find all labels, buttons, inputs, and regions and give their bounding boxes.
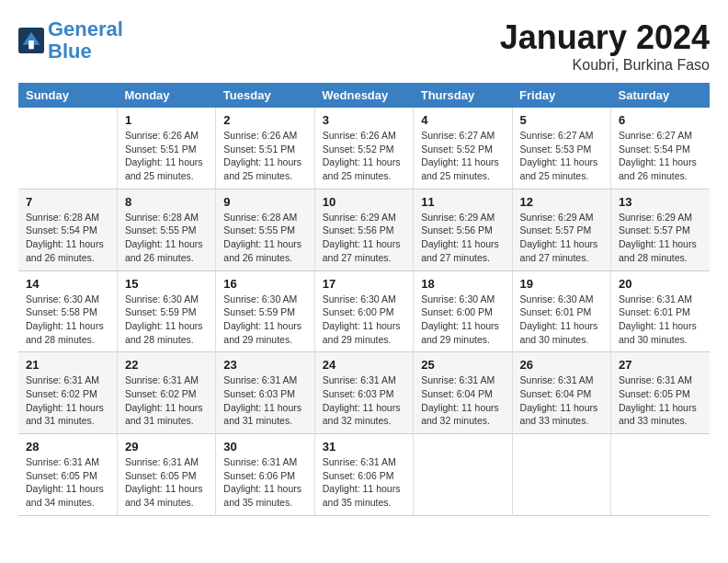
calendar-cell: 14Sunrise: 6:30 AMSunset: 5:58 PMDayligh… <box>18 270 117 352</box>
day-info: Sunrise: 6:30 AMSunset: 5:59 PMDaylight:… <box>125 293 208 347</box>
day-number: 1 <box>125 113 208 127</box>
day-number: 17 <box>323 277 405 291</box>
calendar-cell: 19Sunrise: 6:30 AMSunset: 6:01 PMDayligh… <box>512 270 610 352</box>
calendar-cell <box>611 434 710 516</box>
calendar-cell: 25Sunrise: 6:31 AMSunset: 6:04 PMDayligh… <box>414 352 512 434</box>
day-info: Sunrise: 6:31 AMSunset: 6:03 PMDaylight:… <box>323 373 405 428</box>
day-number: 8 <box>125 195 208 209</box>
day-number: 2 <box>223 113 306 127</box>
day-number: 12 <box>520 195 603 209</box>
day-header-sunday: Sunday <box>18 83 117 108</box>
day-number: 28 <box>26 440 109 454</box>
calendar-cell: 6Sunrise: 6:27 AMSunset: 5:54 PMDaylight… <box>611 108 710 189</box>
calendar-cell: 29Sunrise: 6:31 AMSunset: 6:05 PMDayligh… <box>117 434 215 516</box>
calendar-cell: 20Sunrise: 6:31 AMSunset: 6:01 PMDayligh… <box>611 270 710 352</box>
calendar-week-3: 14Sunrise: 6:30 AMSunset: 5:58 PMDayligh… <box>18 270 710 352</box>
day-number: 25 <box>421 358 504 372</box>
calendar-cell: 16Sunrise: 6:30 AMSunset: 5:59 PMDayligh… <box>216 270 314 352</box>
day-info: Sunrise: 6:30 AMSunset: 6:01 PMDaylight:… <box>520 293 603 347</box>
day-info: Sunrise: 6:31 AMSunset: 6:04 PMDaylight:… <box>520 373 603 428</box>
day-info: Sunrise: 6:30 AMSunset: 5:59 PMDaylight:… <box>223 293 306 347</box>
calendar-table: SundayMondayTuesdayWednesdayThursdayFrid… <box>18 83 710 516</box>
day-number: 30 <box>223 440 306 454</box>
day-info: Sunrise: 6:30 AMSunset: 6:00 PMDaylight:… <box>421 293 504 347</box>
day-info: Sunrise: 6:28 AMSunset: 5:55 PMDaylight:… <box>223 211 306 265</box>
calendar-cell: 15Sunrise: 6:30 AMSunset: 5:59 PMDayligh… <box>117 270 215 352</box>
day-number: 14 <box>26 277 109 291</box>
day-info: Sunrise: 6:27 AMSunset: 5:52 PMDaylight:… <box>421 129 504 183</box>
day-number: 13 <box>619 195 702 209</box>
calendar-cell: 2Sunrise: 6:26 AMSunset: 5:51 PMDaylight… <box>216 108 314 189</box>
day-number: 24 <box>323 358 405 372</box>
day-info: Sunrise: 6:28 AMSunset: 5:54 PMDaylight:… <box>26 211 109 265</box>
day-number: 10 <box>323 195 405 209</box>
calendar-week-4: 21Sunrise: 6:31 AMSunset: 6:02 PMDayligh… <box>18 352 710 434</box>
day-number: 27 <box>619 358 702 372</box>
calendar-cell: 7Sunrise: 6:28 AMSunset: 5:54 PMDaylight… <box>18 189 117 270</box>
page-title: January 2024 <box>500 18 710 57</box>
calendar-week-1: 1Sunrise: 6:26 AMSunset: 5:51 PMDaylight… <box>18 108 710 189</box>
day-info: Sunrise: 6:31 AMSunset: 6:06 PMDaylight:… <box>223 455 306 510</box>
calendar-cell: 12Sunrise: 6:29 AMSunset: 5:57 PMDayligh… <box>512 189 610 270</box>
day-info: Sunrise: 6:26 AMSunset: 5:52 PMDaylight:… <box>323 129 405 183</box>
day-number: 15 <box>125 277 208 291</box>
title-block: January 2024 Koubri, Burkina Faso <box>500 18 710 74</box>
calendar-cell: 24Sunrise: 6:31 AMSunset: 6:03 PMDayligh… <box>314 352 413 434</box>
calendar-cell: 18Sunrise: 6:30 AMSunset: 6:00 PMDayligh… <box>414 270 512 352</box>
day-number: 22 <box>125 358 208 372</box>
calendar-cell: 8Sunrise: 6:28 AMSunset: 5:55 PMDaylight… <box>117 189 215 270</box>
calendar-cell: 27Sunrise: 6:31 AMSunset: 6:05 PMDayligh… <box>611 352 710 434</box>
calendar-cell: 11Sunrise: 6:29 AMSunset: 5:56 PMDayligh… <box>414 189 512 270</box>
day-number: 19 <box>520 277 603 291</box>
calendar-cell <box>512 434 610 516</box>
calendar-cell: 28Sunrise: 6:31 AMSunset: 6:05 PMDayligh… <box>18 434 117 516</box>
logo-icon <box>18 28 44 53</box>
calendar-cell: 5Sunrise: 6:27 AMSunset: 5:53 PMDaylight… <box>512 108 610 189</box>
day-number: 6 <box>619 113 702 127</box>
day-number: 26 <box>520 358 603 372</box>
calendar-cell: 10Sunrise: 6:29 AMSunset: 5:56 PMDayligh… <box>314 189 413 270</box>
day-number: 9 <box>223 195 306 209</box>
day-number: 18 <box>421 277 504 291</box>
day-info: Sunrise: 6:27 AMSunset: 5:53 PMDaylight:… <box>520 129 603 183</box>
svg-rect-2 <box>28 40 34 49</box>
day-info: Sunrise: 6:30 AMSunset: 6:00 PMDaylight:… <box>323 293 405 347</box>
day-info: Sunrise: 6:31 AMSunset: 6:06 PMDaylight:… <box>323 455 405 510</box>
day-number: 3 <box>323 113 405 127</box>
day-header-saturday: Saturday <box>611 83 710 108</box>
day-number: 7 <box>26 195 109 209</box>
calendar-cell: 1Sunrise: 6:26 AMSunset: 5:51 PMDaylight… <box>117 108 215 189</box>
calendar-cell: 17Sunrise: 6:30 AMSunset: 6:00 PMDayligh… <box>314 270 413 352</box>
day-number: 21 <box>26 358 109 372</box>
day-info: Sunrise: 6:31 AMSunset: 6:05 PMDaylight:… <box>26 455 109 510</box>
calendar-cell: 9Sunrise: 6:28 AMSunset: 5:55 PMDaylight… <box>216 189 314 270</box>
day-info: Sunrise: 6:31 AMSunset: 6:05 PMDaylight:… <box>619 373 702 428</box>
day-number: 4 <box>421 113 504 127</box>
calendar-week-5: 28Sunrise: 6:31 AMSunset: 6:05 PMDayligh… <box>18 434 710 516</box>
day-info: Sunrise: 6:26 AMSunset: 5:51 PMDaylight:… <box>223 129 306 183</box>
day-number: 29 <box>125 440 208 454</box>
day-header-friday: Friday <box>512 83 610 108</box>
calendar-cell: 4Sunrise: 6:27 AMSunset: 5:52 PMDaylight… <box>414 108 512 189</box>
calendar-cell: 13Sunrise: 6:29 AMSunset: 5:57 PMDayligh… <box>611 189 710 270</box>
calendar-week-2: 7Sunrise: 6:28 AMSunset: 5:54 PMDaylight… <box>18 189 710 270</box>
day-number: 16 <box>223 277 306 291</box>
calendar-cell: 30Sunrise: 6:31 AMSunset: 6:06 PMDayligh… <box>216 434 314 516</box>
day-info: Sunrise: 6:29 AMSunset: 5:57 PMDaylight:… <box>619 211 702 265</box>
day-info: Sunrise: 6:30 AMSunset: 5:58 PMDaylight:… <box>26 293 109 347</box>
logo: General Blue <box>18 18 123 63</box>
calendar-cell: 3Sunrise: 6:26 AMSunset: 5:52 PMDaylight… <box>314 108 413 189</box>
day-info: Sunrise: 6:26 AMSunset: 5:51 PMDaylight:… <box>125 129 208 183</box>
day-info: Sunrise: 6:31 AMSunset: 6:05 PMDaylight:… <box>125 455 208 510</box>
page-subtitle: Koubri, Burkina Faso <box>500 57 710 74</box>
day-header-monday: Monday <box>117 83 215 108</box>
day-number: 31 <box>323 440 405 454</box>
calendar-cell <box>18 108 117 189</box>
day-info: Sunrise: 6:29 AMSunset: 5:57 PMDaylight:… <box>520 211 603 265</box>
day-info: Sunrise: 6:31 AMSunset: 6:02 PMDaylight:… <box>26 373 109 428</box>
calendar-cell: 31Sunrise: 6:31 AMSunset: 6:06 PMDayligh… <box>314 434 413 516</box>
day-number: 23 <box>223 358 306 372</box>
day-header-thursday: Thursday <box>414 83 512 108</box>
day-info: Sunrise: 6:31 AMSunset: 6:04 PMDaylight:… <box>421 373 504 428</box>
day-info: Sunrise: 6:31 AMSunset: 6:01 PMDaylight:… <box>619 293 702 347</box>
